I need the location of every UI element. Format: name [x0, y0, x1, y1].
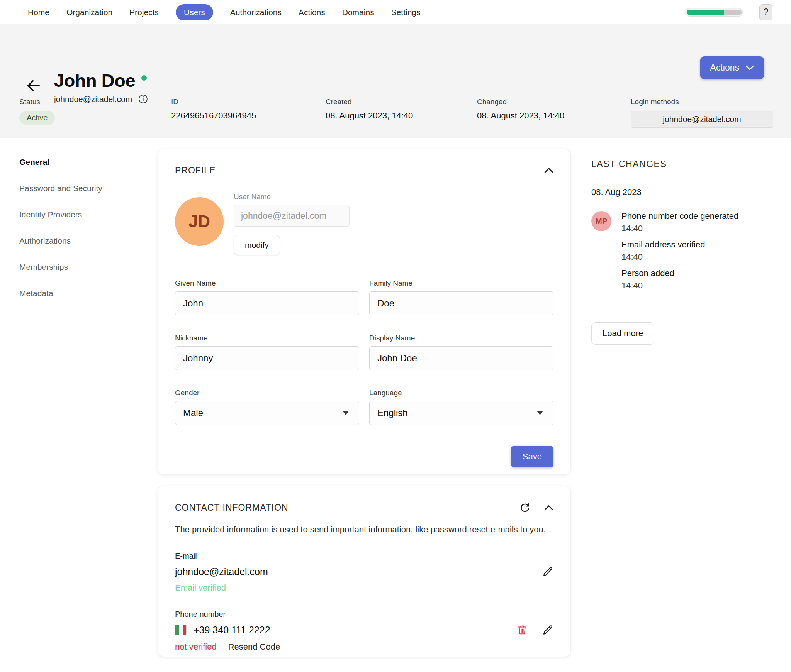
language-field: Language English [369, 389, 553, 425]
user-avatar: JD [175, 197, 224, 246]
id-value: 226496516703964945 [171, 111, 326, 121]
phone-value: +39 340 111 2222 [194, 625, 270, 636]
pencil-icon [542, 624, 553, 636]
edit-phone-button[interactable] [542, 624, 553, 636]
email-verified-status: Email verified [175, 583, 553, 593]
nav-item-projects[interactable]: Projects [129, 8, 159, 17]
gender-select[interactable]: Male [175, 401, 359, 425]
modify-button[interactable]: modify [234, 235, 280, 255]
nickname-label: Nickname [175, 334, 359, 342]
change-event: Phone number code generated 14:40 [621, 211, 738, 234]
sidebar-item-identity-providers[interactable]: Identity Providers [19, 210, 147, 219]
nav-item-authorizations[interactable]: Authorizations [230, 8, 282, 17]
created-value: 08. August 2023, 14:40 [326, 111, 477, 121]
phone-block: Phone number +39 340 111 2222 [175, 610, 553, 652]
refresh-icon [519, 502, 530, 513]
page-title: John Doe [54, 70, 135, 91]
nav-item-users[interactable]: Users [176, 4, 213, 20]
progress-bar [685, 8, 743, 17]
given-name-input[interactable]: John [175, 291, 359, 315]
user-header: John Doe johndoe@zitadel.com Actions Sta… [0, 24, 791, 138]
display-name-field: Display Name John Doe [369, 334, 553, 370]
login-methods-label: Login methods [631, 98, 773, 106]
select-caret-icon [343, 411, 349, 415]
nav-item-domains[interactable]: Domains [342, 8, 374, 17]
sidebar-item-metadata[interactable]: Metadata [19, 289, 147, 298]
contact-collapse-button[interactable] [544, 505, 553, 511]
last-changes-panel: LAST CHANGES 08. Aug 2023 MP Phone numbe… [591, 159, 774, 367]
nav-item-organization[interactable]: Organization [66, 8, 112, 17]
display-name-label: Display Name [369, 334, 553, 342]
username-label: User Name [234, 193, 350, 201]
phone-not-verified-status: not verified [175, 642, 217, 652]
change-event-label: Email address verified [621, 240, 738, 250]
user-info-row: Status Active ID 226496516703964945 Crea… [19, 98, 773, 128]
email-block: E-mail johndoe@zitadel.com Email verifie… [175, 552, 553, 593]
nav-item-home[interactable]: Home [28, 8, 49, 17]
email-value: johndoe@zitadel.com [175, 566, 268, 577]
status-badge: Active [19, 111, 55, 125]
changed-label: Changed [477, 98, 631, 106]
family-name-label: Family Name [369, 279, 553, 288]
given-name-label: Given Name [175, 279, 359, 288]
progress-track [687, 10, 742, 15]
actions-button[interactable]: Actions [700, 56, 764, 79]
id-label: ID [171, 98, 326, 106]
family-name-input[interactable]: Doe [369, 291, 553, 315]
gender-label: Gender [175, 389, 359, 397]
language-select[interactable]: English [369, 401, 553, 425]
last-changes-date: 08. Aug 2023 [591, 187, 774, 197]
sidebar-item-general[interactable]: General [19, 157, 147, 167]
panel-divider [591, 367, 774, 367]
refresh-button[interactable] [519, 502, 530, 513]
trash-icon [516, 624, 528, 636]
nav-items: Home Organization Projects Users Authori… [28, 4, 421, 20]
load-more-button[interactable]: Load more [591, 322, 654, 345]
nickname-field: Nickname Johnny [175, 334, 359, 370]
progress-fill [687, 10, 724, 15]
username-input[interactable]: johndoe@zitadel.com [234, 205, 350, 227]
last-changes-title: LAST CHANGES [591, 159, 774, 169]
created-label: Created [326, 98, 477, 106]
chevron-up-icon [544, 505, 553, 511]
gender-select-value: Male [183, 408, 203, 418]
status-label: Status [19, 98, 171, 106]
back-arrow-icon[interactable] [25, 78, 42, 94]
top-nav: Home Organization Projects Users Authori… [0, 0, 791, 24]
resend-code-button[interactable]: Resend Code [228, 642, 280, 652]
sidebar-item-memberships[interactable]: Memberships [19, 262, 147, 272]
contact-card-title: CONTACT INFORMATION [175, 503, 289, 513]
contact-information-card: CONTACT INFORMATION The provided informa… [158, 486, 571, 657]
login-method-chip: johndoe@zitadel.com [631, 111, 773, 128]
given-name-field: Given Name John [175, 279, 359, 315]
actions-button-label: Actions [710, 63, 739, 73]
language-label: Language [369, 389, 553, 397]
section-sidebar: General Password and Security Identity P… [19, 157, 147, 315]
change-event-time: 14:40 [621, 252, 738, 262]
sidebar-item-authorizations[interactable]: Authorizations [19, 236, 147, 245]
display-name-input[interactable]: John Doe [369, 346, 553, 370]
gender-field: Gender Male [175, 389, 359, 425]
profile-card-title: PROFILE [175, 165, 216, 176]
sidebar-item-password-security[interactable]: Password and Security [19, 184, 147, 193]
select-caret-icon [537, 411, 543, 415]
change-event-time: 14:40 [621, 223, 738, 234]
edit-email-button[interactable] [542, 566, 553, 577]
language-select-value: English [377, 408, 408, 418]
help-button[interactable]: ? [759, 4, 772, 20]
save-button[interactable]: Save [511, 446, 553, 467]
change-event-label: Phone number code generated [621, 211, 738, 221]
profile-collapse-button[interactable] [544, 168, 553, 173]
delete-phone-button[interactable] [516, 624, 528, 636]
contact-description: The provided information is used to send… [175, 525, 553, 535]
change-event: Email address verified 14:40 [621, 240, 738, 262]
nav-item-actions[interactable]: Actions [299, 8, 325, 17]
italy-flag-icon [175, 625, 187, 635]
change-event: Person added 14:40 [621, 268, 738, 291]
change-event-time: 14:40 [621, 281, 738, 291]
pencil-icon [542, 566, 553, 577]
active-status-dot-icon [141, 75, 147, 81]
nickname-input[interactable]: Johnny [175, 346, 359, 370]
nav-item-settings[interactable]: Settings [391, 8, 421, 17]
change-event-label: Person added [621, 268, 738, 278]
